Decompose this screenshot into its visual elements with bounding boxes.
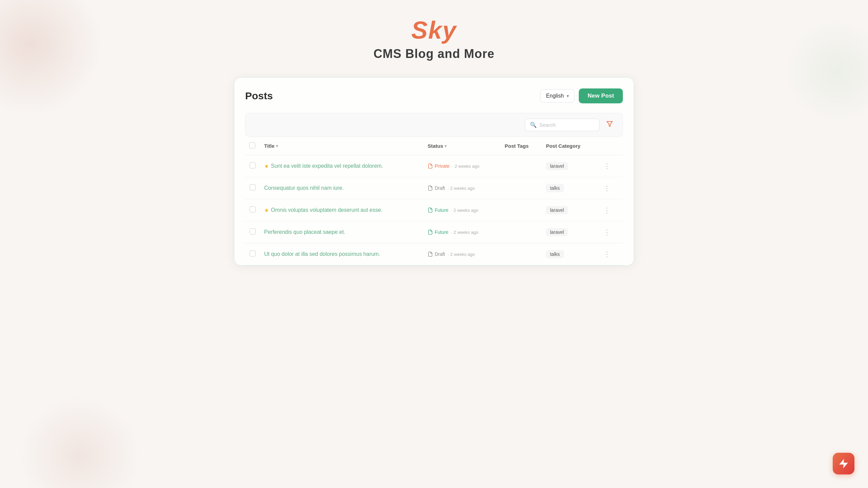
status-doc-icon [428, 185, 433, 191]
status-badge: Future [428, 207, 448, 213]
chevron-down-icon: ▾ [567, 93, 569, 99]
row-checkbox-cell [245, 177, 260, 199]
row-checkbox-2[interactable] [250, 184, 256, 190]
row-tags-cell [501, 177, 542, 199]
post-title-link-5[interactable]: Ut quo dolor at illa sed dolores possimu… [264, 251, 419, 257]
row-checkbox-5[interactable] [250, 250, 256, 257]
row-tags-cell [501, 155, 542, 177]
card-header: Posts English ▾ New Post [245, 88, 623, 103]
row-checkbox-cell [245, 221, 260, 243]
status-column-header: Status ▾ [423, 137, 500, 155]
post-title-text: Consequatur quos nihil nam iure. [264, 185, 344, 191]
category-badge: talks [546, 250, 564, 258]
filter-icon [606, 121, 613, 127]
row-actions-cell: ⋮ [597, 155, 623, 177]
star-icon: ★ [264, 207, 269, 214]
status-doc-icon [428, 251, 433, 257]
language-dropdown[interactable]: English ▾ [540, 89, 574, 103]
row-status-cell: Draft · 2 weeks ago [423, 177, 500, 199]
row-category-cell: laravel [542, 199, 597, 221]
post-title-link-1[interactable]: ★ Sunt ea velit iste expedita vel repell… [264, 163, 419, 169]
row-checkbox-3[interactable] [250, 206, 256, 212]
row-tags-cell [501, 221, 542, 243]
row-actions-button-3[interactable]: ⋮ [601, 205, 613, 215]
svg-marker-0 [607, 122, 613, 127]
row-status-cell: Draft · 2 weeks ago [423, 243, 500, 265]
row-title-cell: ★ Omnis voluptas voluptatem deserunt aut… [260, 199, 423, 221]
status-badge: Draft [428, 185, 445, 191]
table-row: Consequatur quos nihil nam iure. Draft ·… [245, 177, 623, 199]
row-checkbox-cell [245, 199, 260, 221]
row-actions-cell: ⋮ [597, 221, 623, 243]
row-checkbox-cell [245, 243, 260, 265]
new-post-button[interactable]: New Post [579, 88, 623, 103]
row-checkbox-1[interactable] [250, 162, 256, 168]
post-category-column-header: Post Category [542, 137, 597, 155]
header-actions: English ▾ New Post [540, 88, 623, 103]
post-title-text: Ut quo dolor at illa sed dolores possimu… [264, 251, 380, 257]
row-title-cell: Perferendis quo placeat saepe et. [260, 221, 423, 243]
table-row: Ut quo dolor at illa sed dolores possimu… [245, 243, 623, 265]
row-actions-button-1[interactable]: ⋮ [601, 161, 613, 171]
status-doc-icon [428, 207, 433, 213]
star-icon: ★ [264, 163, 269, 169]
flash-icon [838, 458, 849, 469]
row-checkbox-4[interactable] [250, 228, 256, 235]
row-category-cell: laravel [542, 221, 597, 243]
category-badge: talks [546, 184, 564, 192]
status-badge: Private [428, 163, 450, 169]
search-input[interactable] [539, 122, 594, 128]
status-doc-icon [428, 229, 433, 235]
search-box: 🔍 [525, 119, 599, 131]
search-icon: 🔍 [530, 122, 537, 128]
category-badge: laravel [546, 162, 568, 170]
site-title: Sky [411, 16, 457, 44]
time-ago: · 2 weeks ago [451, 230, 478, 235]
row-actions-cell: ⋮ [597, 177, 623, 199]
status-sort-icon: ▾ [445, 144, 447, 148]
time-ago: · 2 weeks ago [451, 208, 478, 213]
row-title-cell: ★ Sunt ea velit iste expedita vel repell… [260, 155, 423, 177]
flash-widget[interactable] [833, 453, 854, 474]
post-title-link-4[interactable]: Perferendis quo placeat saepe et. [264, 229, 419, 235]
row-category-cell: talks [542, 177, 597, 199]
status-badge: Future [428, 229, 448, 235]
row-actions-cell: ⋮ [597, 199, 623, 221]
row-actions-button-2[interactable]: ⋮ [601, 183, 613, 193]
post-title-link-2[interactable]: Consequatur quos nihil nam iure. [264, 185, 419, 191]
category-badge: laravel [546, 228, 568, 236]
row-title-cell: Ut quo dolor at illa sed dolores possimu… [260, 243, 423, 265]
post-title-text: Omnis voluptas voluptatem deserunt aut e… [271, 207, 382, 213]
posts-table: Title ▾ Status ▾ Post Tags Post Category [245, 137, 623, 265]
table-row: ★ Omnis voluptas voluptatem deserunt aut… [245, 199, 623, 221]
post-title-text: Sunt ea velit iste expedita vel repellat… [271, 163, 383, 169]
row-actions-cell: ⋮ [597, 243, 623, 265]
row-tags-cell [501, 243, 542, 265]
time-ago: · 2 weeks ago [448, 252, 475, 257]
page-title: Posts [245, 90, 273, 102]
svg-marker-1 [839, 459, 848, 468]
actions-column-header [597, 137, 623, 155]
posts-card: Posts English ▾ New Post 🔍 [234, 77, 634, 266]
title-sort-icon: ▾ [276, 144, 278, 148]
post-title-link-3[interactable]: ★ Omnis voluptas voluptatem deserunt aut… [264, 207, 419, 214]
title-column-header: Title ▾ [260, 137, 423, 155]
status-badge: Draft [428, 251, 445, 257]
row-actions-button-5[interactable]: ⋮ [601, 249, 613, 259]
category-badge: laravel [546, 206, 568, 214]
row-category-cell: talks [542, 243, 597, 265]
post-tags-column-header: Post Tags [501, 137, 542, 155]
post-title-text: Perferendis quo placeat saepe et. [264, 229, 345, 235]
row-status-cell: Future · 2 weeks ago [423, 199, 500, 221]
select-all-checkbox[interactable] [249, 142, 255, 148]
row-actions-button-4[interactable]: ⋮ [601, 227, 613, 237]
site-subtitle: CMS Blog and More [374, 47, 495, 61]
filter-button[interactable] [604, 119, 616, 130]
row-title-cell: Consequatur quos nihil nam iure. [260, 177, 423, 199]
time-ago: · 2 weeks ago [448, 186, 475, 191]
language-label: English [546, 93, 564, 99]
time-ago: · 2 weeks ago [452, 164, 479, 169]
table-toolbar: 🔍 [245, 113, 623, 137]
row-status-cell: Future · 2 weeks ago [423, 221, 500, 243]
row-status-cell: Private · 2 weeks ago [423, 155, 500, 177]
